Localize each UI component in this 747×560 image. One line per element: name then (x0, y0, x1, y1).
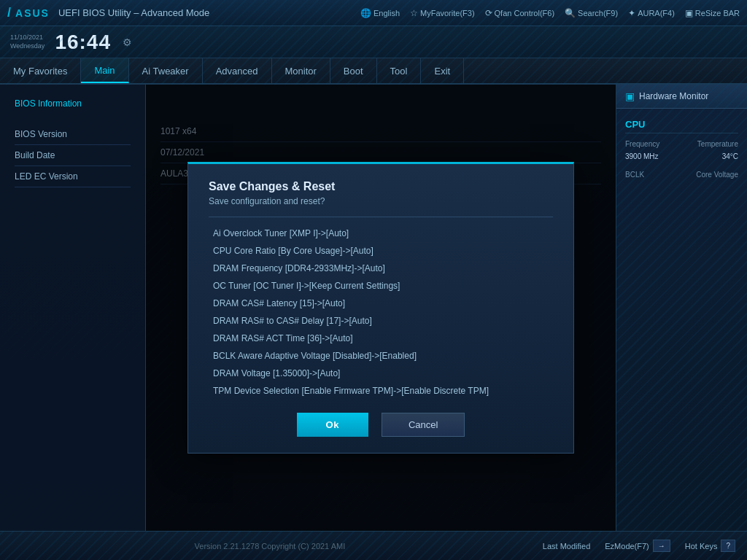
cpu-frequency-row: Frequency Temperature (625, 138, 738, 150)
aura-tool[interactable]: ✦ AURA(F4) (628, 8, 675, 18)
dialog-overlay: Save Changes & Reset Save configuration … (146, 85, 616, 531)
date-line2: Wednesday (10, 42, 44, 51)
sidebar: BIOS Information BIOS Version Build Date… (0, 85, 146, 531)
bios-info-table: BIOS Version Build Date LED EC Version (0, 118, 145, 193)
tab-tool[interactable]: Tool (377, 58, 422, 83)
ez-mode-arrow-icon: → (653, 540, 670, 552)
cpu-temperature-label: Temperature (697, 140, 738, 148)
content-area: BIOS Information BIOS Version Build Date… (0, 85, 747, 531)
cpu-temperature-value: 34°C (722, 152, 738, 160)
myfavorite-tool[interactable]: ☆ MyFavorite(F3) (410, 8, 475, 18)
footer: Version 2.21.1278 Copyright (C) 2021 AMI… (0, 531, 747, 560)
change-item-2: CPU Core Ratio [By Core Usage]->[Auto] (209, 242, 553, 260)
sidebar-section: BIOS Information (0, 89, 145, 118)
dialog-divider (209, 217, 553, 217)
asus-logo: / ASUS (7, 5, 50, 20)
change-item-4: OC Tuner [OC Tuner I]->[Keep Current Set… (209, 277, 553, 295)
tab-aitweaker[interactable]: Ai Tweaker (129, 58, 203, 83)
main-info-area: 1017 x64 07/12/2021 AULA3-AR32-0207 Save… (146, 85, 616, 531)
dialog-title: Save Changes & Reset (209, 180, 553, 193)
hw-monitor-header: ▣ Hardware Monitor (616, 85, 747, 109)
dialog-subtitle: Save configuration and reset? (209, 196, 553, 206)
sidebar-bios-info[interactable]: BIOS Information (0, 95, 145, 112)
tab-advanced[interactable]: Advanced (203, 58, 272, 83)
change-item-3: DRAM Frequency [DDR4-2933MHz]->[Auto] (209, 260, 553, 277)
cpu-freq-temp-values: 3900 MHz 34°C (625, 150, 738, 163)
ez-mode-label: EzMode(F7) (605, 542, 649, 551)
change-item-7: DRAM RAS# ACT Time [36]->[Auto] (209, 330, 553, 347)
last-modified-button[interactable]: Last Modified (543, 542, 590, 551)
app-title: UEFI BIOS Utility – Advanced Mode (58, 7, 352, 18)
date-line1: 11/10/2021 (10, 34, 44, 42)
hardware-monitor-panel: ▣ Hardware Monitor CPU Frequency Tempera… (616, 85, 747, 531)
question-mark-icon: ? (721, 540, 735, 552)
tab-main[interactable]: Main (81, 58, 128, 83)
tab-boot[interactable]: Boot (330, 58, 377, 83)
english-label: English (374, 9, 400, 18)
hot-keys-label: Hot Keys (685, 542, 718, 551)
qfan-tool[interactable]: ⟳ Qfan Control(F6) (485, 8, 555, 18)
cpu-frequency-value: 3900 MHz (625, 152, 659, 160)
asus-slash-icon: / (7, 5, 11, 20)
monitor-icon: ▣ (625, 90, 635, 102)
resize-label: ReSize BAR (695, 9, 740, 18)
change-item-1: Ai Overclock Tuner [XMP I]->[Auto] (209, 225, 553, 242)
globe-icon: 🌐 (360, 8, 371, 18)
myfavorite-label: MyFavorite(F3) (420, 9, 475, 18)
hw-monitor-title: Hardware Monitor (639, 91, 708, 101)
hw-cpu-section: CPU Frequency Temperature 3900 MHz 34°C … (616, 109, 747, 187)
resize-icon: ▣ (685, 8, 693, 18)
change-item-5: DRAM CAS# Latency [15]->[Auto] (209, 295, 553, 312)
ok-button[interactable]: Ok (297, 413, 368, 437)
fan-icon: ⟳ (485, 8, 492, 18)
search-label: Search(F9) (578, 9, 618, 18)
header-tools: 🌐 English ☆ MyFavorite(F3) ⟳ Qfan Contro… (360, 8, 740, 18)
cpu-core-voltage-label: Core Voltage (696, 171, 738, 179)
last-modified-label: Last Modified (543, 542, 590, 551)
aura-icon: ✦ (628, 8, 635, 18)
led-ec-row: LED EC Version (15, 166, 131, 187)
aura-label: AURA(F4) (638, 9, 675, 18)
qfan-label: Qfan Control(F6) (495, 9, 555, 18)
asus-brand-text: ASUS (15, 7, 50, 19)
tab-exit[interactable]: Exit (421, 58, 464, 83)
ez-mode-button[interactable]: EzMode(F7) → (605, 540, 670, 552)
time-display: 16:44 (55, 31, 111, 54)
resize-bar-tool[interactable]: ▣ ReSize BAR (685, 8, 740, 18)
cpu-bclk-voltage-labels: BCLK Core Voltage (625, 168, 738, 181)
dialog-changes-list: Ai Overclock Tuner [XMP I]->[Auto] CPU C… (209, 225, 553, 400)
hw-cpu-title: CPU (625, 114, 738, 133)
change-item-8: BCLK Aware Adaptive Voltage [Disabled]->… (209, 347, 553, 365)
search-icon: 🔍 (565, 8, 576, 18)
dialog-buttons: Ok Cancel (209, 413, 553, 437)
tab-monitor[interactable]: Monitor (272, 58, 330, 83)
save-reset-dialog: Save Changes & Reset Save configuration … (187, 162, 574, 454)
cpu-frequency-label: Frequency (625, 140, 659, 148)
search-tool[interactable]: 🔍 Search(F9) (565, 8, 618, 18)
build-date-row: Build Date (15, 145, 131, 166)
cancel-button[interactable]: Cancel (382, 413, 465, 437)
time-row: 11/10/2021 Wednesday 16:44 ⚙ (0, 26, 747, 58)
tab-myfavorites[interactable]: My Favorites (0, 58, 81, 83)
left-panel: BIOS Information BIOS Version Build Date… (0, 85, 616, 531)
change-item-6: DRAM RAS# to CAS# Delay [17]->[Auto] (209, 312, 553, 330)
bios-version-row: BIOS Version (15, 124, 131, 145)
change-item-10: TPM Device Selection [Enable Firmware TP… (209, 382, 553, 400)
date-block: 11/10/2021 Wednesday (10, 34, 44, 50)
settings-gear-icon[interactable]: ⚙ (123, 36, 132, 48)
version-text: Version 2.21.1278 Copyright (C) 2021 AMI (12, 542, 528, 551)
star-icon: ☆ (410, 8, 418, 18)
cpu-bclk-label: BCLK (625, 171, 644, 179)
header-bar: / ASUS UEFI BIOS Utility – Advanced Mode… (0, 0, 747, 26)
english-tool[interactable]: 🌐 English (360, 8, 400, 18)
hot-keys-button[interactable]: Hot Keys ? (685, 540, 735, 552)
nav-bar: My Favorites Main Ai Tweaker Advanced Mo… (0, 58, 747, 85)
change-item-9: DRAM Voltage [1.35000]->[Auto] (209, 365, 553, 382)
